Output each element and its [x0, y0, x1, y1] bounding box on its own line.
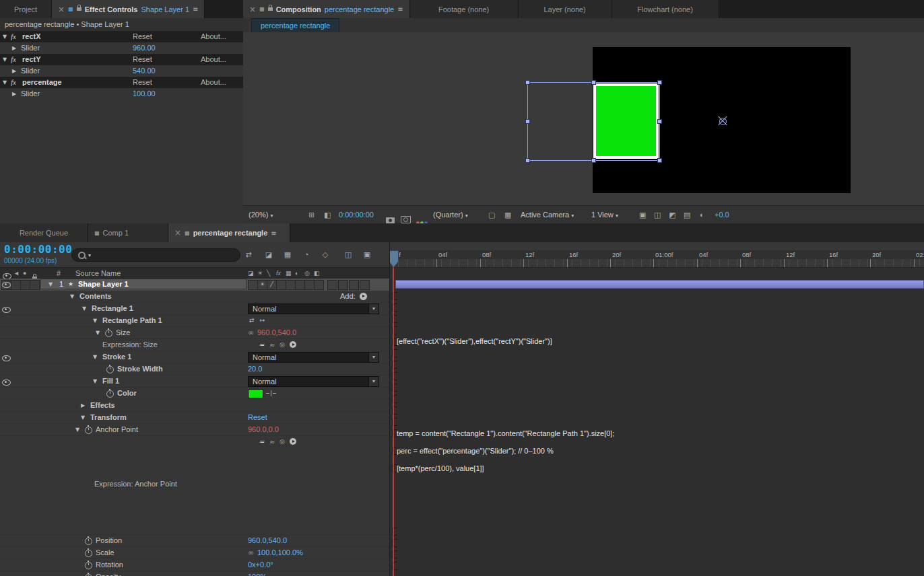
effect-row-percentage[interactable]: fx percentage Reset About...: [0, 77, 243, 88]
twirl-icon[interactable]: [70, 291, 74, 302]
twirl-icon[interactable]: [82, 303, 86, 314]
effect-param-row[interactable]: Slider 960.00: [0, 42, 243, 54]
graph-editor-icon[interactable]: ◫: [341, 248, 356, 260]
stopwatch-icon[interactable]: [85, 562, 92, 571]
selection-handle[interactable]: [525, 119, 530, 124]
effect-param-row[interactable]: Slider 100.00: [0, 88, 243, 100]
expression-enable-icon[interactable]: [259, 436, 265, 447]
twirl-icon[interactable]: [12, 42, 16, 54]
prop-row-scale[interactable]: Scale 100.0,100.0%: [0, 547, 389, 559]
stopwatch-icon[interactable]: [106, 390, 114, 399]
param-value[interactable]: 100.00: [133, 88, 156, 100]
lock-icon[interactable]: [77, 7, 81, 11]
constrain-link-icon[interactable]: [248, 547, 254, 559]
stopwatch-icon[interactable]: [105, 330, 112, 338]
shy-icon[interactable]: ◪: [261, 248, 276, 260]
parent-box[interactable]: [360, 280, 370, 290]
size-expression-code[interactable]: [effect("rectX")("Slider"),effect("rectY…: [397, 336, 552, 346]
source-name-column-label[interactable]: Source Name: [75, 268, 121, 279]
expression-graph-icon[interactable]: [269, 436, 275, 447]
blend-mode-select[interactable]: Normal▼: [248, 303, 379, 314]
prop-row-stroke-1[interactable]: Stroke 1 Normal▼: [0, 351, 389, 363]
audio-toggle[interactable]: [11, 280, 21, 290]
prop-row-color[interactable]: Color: [0, 388, 389, 400]
effect-row-rectx[interactable]: fx rectX Reset About...: [0, 31, 243, 42]
about-button[interactable]: About...: [201, 31, 226, 42]
tab-comp1[interactable]: Comp 1: [88, 223, 168, 242]
path-operation-icon[interactable]: [260, 315, 265, 326]
solo-toggle[interactable]: [20, 280, 30, 290]
parent-box[interactable]: [338, 280, 348, 290]
composition-viewport[interactable]: [243, 32, 924, 206]
pixel-aspect-correction-icon[interactable]: ◫: [654, 206, 661, 223]
twirl-icon[interactable]: [12, 65, 16, 77]
eye-icon[interactable]: [2, 355, 11, 363]
reset-exposure-icon[interactable]: ◐: [700, 206, 704, 223]
twirl-icon[interactable]: [93, 375, 97, 387]
about-button[interactable]: About...: [201, 77, 226, 88]
expression-graph-icon[interactable]: [269, 339, 275, 351]
threed-switch[interactable]: [314, 280, 324, 290]
current-time-indicator-line[interactable]: [393, 250, 394, 576]
color-edit-icon[interactable]: [266, 390, 276, 396]
prop-value[interactable]: 100%: [248, 571, 267, 576]
selection-handle[interactable]: [657, 119, 662, 124]
tab-footage[interactable]: Footage (none): [410, 0, 519, 18]
expression-enable-icon[interactable]: [259, 339, 265, 351]
prop-row-contents[interactable]: Contents Add:: [0, 291, 389, 303]
twirl-icon[interactable]: [81, 400, 85, 411]
selection-bounding-box[interactable]: [527, 82, 660, 161]
panel-menu-icon[interactable]: [193, 5, 198, 13]
grid-guides-icon[interactable]: ⊞: [308, 206, 315, 223]
twirl-icon[interactable]: [96, 327, 100, 338]
prop-row-expression-anchor-point[interactable]: Expression: Anchor Point: [0, 436, 389, 535]
timeline-button-icon[interactable]: ▤: [684, 206, 690, 223]
camera-select[interactable]: Active Camera: [521, 206, 574, 223]
stopwatch-icon[interactable]: [106, 366, 114, 375]
reset-button[interactable]: Reset: [133, 54, 152, 65]
twirl-icon[interactable]: [12, 88, 16, 100]
selection-handle[interactable]: [657, 158, 662, 163]
prop-value[interactable]: 960.0,0.0: [248, 424, 279, 435]
tab-effect-controls[interactable]: Effect Controls Shape Layer 1: [52, 0, 205, 18]
tab-render-queue[interactable]: Render Queue: [0, 223, 88, 242]
twirl-icon[interactable]: [93, 315, 97, 326]
selection-handle[interactable]: [657, 80, 662, 85]
preview-time[interactable]: 0:00:00:00: [339, 206, 374, 223]
prop-row-size[interactable]: Size 960.0,540.0: [0, 327, 389, 339]
shy-switch[interactable]: [248, 280, 258, 290]
expression-language-icon[interactable]: [290, 341, 296, 349]
mask-visibility-icon[interactable]: ◧: [324, 206, 331, 223]
resolution-select[interactable]: (Quarter): [433, 206, 468, 223]
anchor-expression-line-3[interactable]: [temp*(perc/100), value[1]]: [397, 464, 484, 473]
selection-handle[interactable]: [525, 158, 530, 163]
prop-value[interactable]: 0x+0.0°: [248, 559, 273, 571]
fill-color-swatch[interactable]: [248, 389, 263, 398]
region-of-interest-icon[interactable]: ▢: [488, 206, 495, 223]
tab-layer[interactable]: Layer (none): [519, 0, 612, 18]
close-icon[interactable]: [58, 5, 65, 14]
add-menu-icon[interactable]: [360, 293, 367, 301]
share-view-icon[interactable]: ▣: [639, 206, 646, 223]
time-ruler[interactable]: 0f 04f 08f 12f 16f 20f 01:00f 04f 08f 12…: [390, 250, 924, 268]
anchor-point-crosshair-icon[interactable]: [717, 116, 728, 127]
anchor-expression-line-2[interactable]: perc = effect("percentage")("Slider"); /…: [397, 446, 554, 456]
effect-row-recty[interactable]: fx rectY Reset About...: [0, 54, 243, 65]
motion-blur-switch[interactable]: [295, 280, 305, 290]
prop-row-fill-1[interactable]: Fill 1 Normal▼: [0, 375, 389, 388]
reset-button[interactable]: Reset: [133, 31, 152, 42]
lock-icon[interactable]: [268, 7, 273, 11]
auto-keyframe-icon[interactable]: ◇: [318, 248, 333, 260]
layer-row-shape-layer-1[interactable]: 1 Shape Layer 1 ☀ ╱: [0, 279, 389, 291]
eye-icon[interactable]: [2, 379, 11, 387]
show-snapshot-icon[interactable]: [401, 206, 411, 223]
prop-row-transform[interactable]: Transform Reset: [0, 412, 389, 424]
collapse-switch[interactable]: ☀: [257, 280, 267, 290]
stopwatch-icon[interactable]: [85, 538, 92, 546]
search-input[interactable]: [71, 248, 240, 262]
snapshot-icon[interactable]: [386, 206, 395, 223]
blend-mode-select[interactable]: Normal▼: [248, 376, 379, 387]
expression-pickwhip-icon[interactable]: [279, 339, 285, 351]
prop-row-position[interactable]: Position 960.0,540.0: [0, 535, 389, 547]
selection-handle[interactable]: [591, 80, 596, 85]
